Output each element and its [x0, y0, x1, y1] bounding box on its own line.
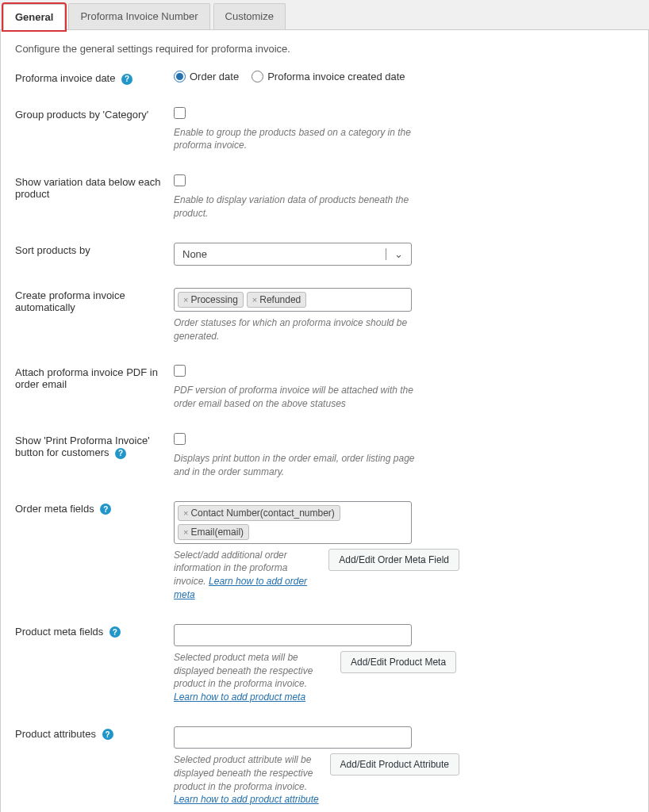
row-auto: Create proforma invoice automatically ×P…: [15, 288, 634, 343]
row-attach: Attach proforma invoice PDF in order ema…: [15, 365, 634, 411]
radio-label: Proforma invoice created date: [267, 71, 405, 82]
link-productattr[interactable]: Learn how to add product attribute: [174, 794, 319, 805]
row-productattr: Product attributes ? Selected product at…: [15, 726, 634, 806]
row-sort: Sort products by None ⌄: [15, 243, 634, 266]
taginput-productmeta[interactable]: [174, 624, 412, 646]
label-sort: Sort products by: [15, 243, 174, 256]
taginput-productattr[interactable]: [174, 726, 412, 749]
desc-ordermeta: Select/add additional order information …: [174, 549, 321, 602]
tag-contact[interactable]: ×Contact Number(contact_number): [178, 505, 340, 521]
tag-email[interactable]: ×Email(email): [178, 524, 249, 540]
desc-group: Enable to group the products based on a …: [174, 126, 428, 153]
link-productmeta[interactable]: Learn how to add product meta: [174, 691, 305, 703]
label-printbtn: Show 'Print Proforma Invoice' button for…: [15, 433, 174, 459]
close-icon[interactable]: ×: [252, 295, 257, 304]
taginput-ordermeta[interactable]: ×Contact Number(contact_number) ×Email(e…: [174, 501, 412, 544]
radio-created-date[interactable]: Proforma invoice created date: [252, 71, 405, 82]
tab-general[interactable]: General: [3, 4, 65, 30]
btn-ordermeta[interactable]: Add/Edit Order Meta Field: [328, 549, 459, 571]
row-variation: Show variation data below each product E…: [15, 174, 634, 220]
help-icon[interactable]: ?: [121, 74, 132, 85]
desc-attach: PDF version of proforma invoice will be …: [174, 384, 428, 411]
intro-text: Configure the general settings required …: [15, 43, 634, 55]
label-variation: Show variation data below each product: [15, 174, 174, 200]
close-icon[interactable]: ×: [183, 295, 188, 304]
close-icon[interactable]: ×: [183, 527, 188, 537]
label-attach: Attach proforma invoice PDF in order ema…: [15, 365, 174, 390]
tag-refunded[interactable]: ×Refunded: [247, 292, 306, 308]
label-ordermeta: Order meta fields ?: [15, 501, 174, 515]
help-icon[interactable]: ?: [102, 729, 113, 740]
checkbox-printbtn[interactable]: [174, 433, 186, 445]
label-productattr: Product attributes ?: [15, 726, 174, 741]
help-icon[interactable]: ?: [100, 504, 111, 515]
label-auto: Create proforma invoice automatically: [15, 288, 174, 313]
chevron-down-icon: ⌄: [386, 248, 403, 260]
settings-panel: Configure the general settings required …: [0, 30, 649, 812]
btn-productattr[interactable]: Add/Edit Product Attribute: [330, 753, 459, 776]
select-value: None: [182, 248, 207, 260]
tabs-nav: General Proforma Invoice Number Customiz…: [0, 0, 649, 30]
label-group: Group products by 'Category': [15, 107, 174, 121]
desc-productattr: Selected product attribute will be displ…: [174, 753, 322, 806]
checkbox-group[interactable]: [174, 107, 186, 119]
row-ordermeta: Order meta fields ? ×Contact Number(cont…: [15, 501, 634, 602]
tag-processing[interactable]: ×Processing: [178, 292, 244, 308]
desc-auto: Order statuses for which an proforma inv…: [174, 316, 428, 343]
radio-label: Order date: [190, 71, 239, 82]
row-printbtn: Show 'Print Proforma Invoice' button for…: [15, 433, 634, 479]
btn-productmeta[interactable]: Add/Edit Product Meta: [340, 651, 456, 673]
row-date: Proforma invoice date ? Order date Profo…: [15, 71, 634, 85]
select-sort[interactable]: None ⌄: [174, 243, 412, 266]
label-productmeta: Product meta fields ?: [15, 624, 174, 638]
checkbox-attach[interactable]: [174, 365, 186, 377]
desc-variation: Enable to display variation data of prod…: [174, 193, 428, 220]
taginput-auto[interactable]: ×Processing ×Refunded: [174, 288, 412, 312]
row-productmeta: Product meta fields ? Selected product m…: [15, 624, 634, 704]
radio-order-date[interactable]: Order date: [174, 71, 239, 82]
tab-customize[interactable]: Customize: [213, 3, 286, 29]
desc-printbtn: Displays print button in the order email…: [174, 452, 428, 479]
radio-order-date-input[interactable]: [174, 71, 186, 82]
radio-group-date: Order date Proforma invoice created date: [174, 71, 428, 82]
radio-created-date-input[interactable]: [252, 71, 263, 82]
close-icon[interactable]: ×: [183, 508, 188, 518]
tab-number[interactable]: Proforma Invoice Number: [68, 3, 209, 29]
desc-productmeta: Selected product meta will be displayed …: [174, 651, 332, 704]
help-icon[interactable]: ?: [115, 448, 126, 459]
checkbox-variation[interactable]: [174, 174, 186, 186]
label-date: Proforma invoice date ?: [15, 71, 174, 85]
row-group: Group products by 'Category' Enable to g…: [15, 107, 634, 153]
help-icon[interactable]: ?: [109, 626, 121, 638]
